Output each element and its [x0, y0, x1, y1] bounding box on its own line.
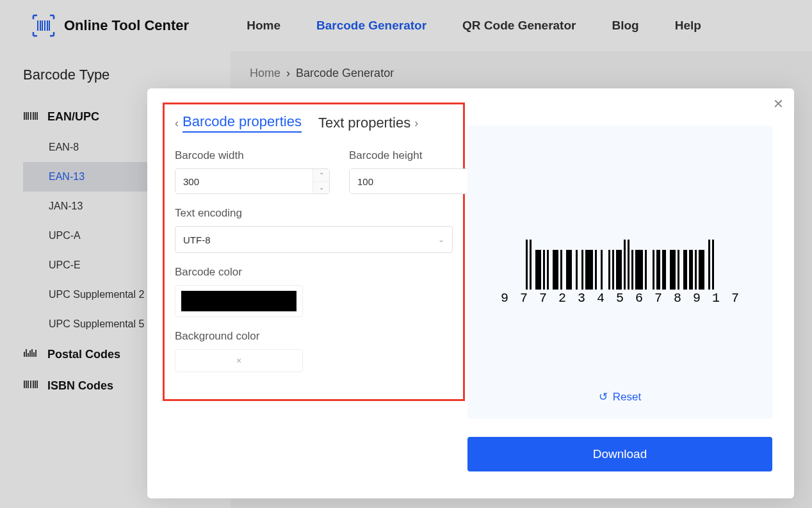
color-swatch-black	[181, 291, 296, 311]
digit: 9	[687, 291, 706, 306]
barcode-image: 9 7 7 2 3 4 5 6 7 8 9 1 7	[495, 240, 745, 306]
width-step-down[interactable]: ⌄	[313, 182, 329, 194]
digit: 7	[514, 291, 533, 306]
width-stepper: ⌃ ⌄	[313, 169, 329, 193]
encoding-select[interactable]: UTF-8 ⌄	[175, 226, 453, 253]
barcode-properties-panel: ‹ Barcode properties Text properties › B…	[163, 102, 465, 401]
reset-icon: ↺	[599, 390, 608, 404]
chevron-up-icon: ⌃	[319, 172, 324, 179]
digit: 4	[591, 291, 610, 306]
background-color-picker[interactable]: ×	[175, 349, 303, 372]
encoding-value: UTF-8	[183, 234, 211, 245]
digit: 5	[610, 291, 629, 306]
digit: 6	[629, 291, 649, 306]
reset-button[interactable]: ↺ Reset	[599, 390, 641, 404]
digit: 7	[649, 291, 668, 306]
background-color-label: Background color	[175, 330, 453, 343]
field-barcode-width: Barcode width ⌃ ⌄	[175, 149, 330, 194]
barcode-digits: 9 7 7 2 3 4 5 6 7 8 9 1 7	[495, 291, 745, 306]
properties-modal: ✕ ‹ Barcode properties Text properties ›…	[147, 88, 794, 498]
encoding-label: Text encoding	[175, 207, 453, 220]
digit: 7	[726, 291, 745, 306]
field-barcode-color: Barcode color	[175, 266, 453, 317]
width-step-up[interactable]: ⌃	[313, 169, 329, 182]
barcode-color-label: Barcode color	[175, 266, 453, 279]
field-text-encoding: Text encoding UTF-8 ⌄	[175, 207, 453, 253]
digit: 7	[533, 291, 553, 306]
barcode-bars	[526, 240, 714, 290]
tab-label: Barcode properties	[183, 113, 302, 133]
digit: 1	[706, 291, 726, 306]
height-input[interactable]	[350, 169, 487, 193]
width-input[interactable]	[175, 169, 313, 193]
clear-icon: ×	[236, 356, 241, 366]
chevron-down-icon: ⌄	[438, 235, 444, 244]
barcode-preview: 9 7 7 2 3 4 5 6 7 8 9 1 7 ↺ Reset	[467, 126, 772, 419]
field-background-color: Background color ×	[175, 330, 453, 372]
barcode-color-picker[interactable]	[175, 285, 303, 317]
digit: 8	[668, 291, 687, 306]
chevron-right-icon: ›	[414, 117, 418, 130]
properties-tabs: ‹ Barcode properties Text properties ›	[175, 113, 453, 133]
chevron-down-icon: ⌄	[319, 184, 324, 191]
download-button[interactable]: Download	[467, 437, 772, 471]
chevron-left-icon: ‹	[175, 117, 179, 130]
tab-label: Text properties	[318, 115, 410, 131]
digit: 2	[553, 291, 572, 306]
tab-barcode-properties[interactable]: ‹ Barcode properties	[175, 113, 302, 133]
close-icon: ✕	[773, 97, 784, 111]
digit: 9	[495, 291, 514, 306]
reset-label: Reset	[613, 391, 641, 404]
digit: 3	[572, 291, 591, 306]
close-button[interactable]: ✕	[773, 96, 784, 111]
width-label: Barcode width	[175, 149, 330, 162]
tab-text-properties[interactable]: Text properties ›	[318, 115, 418, 131]
